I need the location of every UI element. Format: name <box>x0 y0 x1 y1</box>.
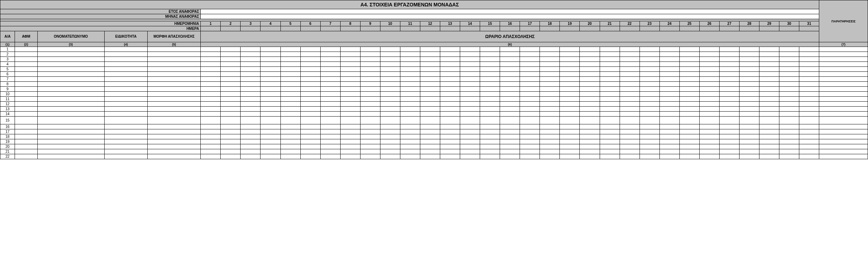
data-cell[interactable] <box>719 149 739 154</box>
data-cell[interactable] <box>540 92 560 97</box>
data-cell[interactable] <box>719 102 739 107</box>
data-cell[interactable] <box>480 139 500 144</box>
data-cell[interactable] <box>104 102 147 107</box>
data-cell[interactable] <box>300 57 320 62</box>
weekday-cell[interactable] <box>719 26 739 31</box>
data-cell[interactable] <box>759 47 779 52</box>
data-cell[interactable] <box>37 107 104 112</box>
data-cell[interactable] <box>580 52 600 57</box>
data-cell[interactable] <box>520 77 540 82</box>
data-cell[interactable] <box>520 107 540 112</box>
data-cell[interactable] <box>540 77 560 82</box>
data-cell[interactable] <box>580 47 600 52</box>
data-cell[interactable] <box>241 154 261 159</box>
data-cell[interactable] <box>147 144 200 149</box>
weekday-cell[interactable] <box>221 26 241 31</box>
data-cell[interactable] <box>104 144 147 149</box>
data-cell[interactable] <box>201 87 221 92</box>
data-cell[interactable] <box>400 62 420 67</box>
data-cell[interactable] <box>147 82 200 87</box>
data-cell[interactable] <box>560 144 580 149</box>
data-cell[interactable] <box>37 47 104 52</box>
data-cell[interactable] <box>659 129 679 134</box>
data-cell[interactable] <box>520 129 540 134</box>
data-cell[interactable] <box>440 47 460 52</box>
data-cell[interactable] <box>799 97 819 102</box>
data-cell[interactable] <box>679 134 699 139</box>
data-cell[interactable] <box>420 47 440 52</box>
data-cell[interactable] <box>500 129 520 134</box>
data-cell[interactable] <box>560 52 580 57</box>
data-cell[interactable] <box>37 144 104 149</box>
data-cell[interactable] <box>460 149 480 154</box>
data-cell[interactable] <box>679 154 699 159</box>
data-cell[interactable] <box>147 87 200 92</box>
data-cell[interactable] <box>679 92 699 97</box>
data-cell[interactable] <box>679 97 699 102</box>
weekday-cell[interactable] <box>440 26 460 31</box>
data-cell[interactable] <box>320 112 340 117</box>
data-cell[interactable] <box>620 82 640 87</box>
data-cell[interactable] <box>520 154 540 159</box>
data-cell[interactable] <box>719 139 739 144</box>
data-cell[interactable] <box>360 77 380 82</box>
data-cell[interactable] <box>340 144 360 149</box>
data-cell[interactable] <box>699 87 719 92</box>
data-cell[interactable] <box>340 107 360 112</box>
data-cell[interactable] <box>37 92 104 97</box>
data-cell[interactable] <box>340 52 360 57</box>
data-cell[interactable] <box>600 102 620 107</box>
data-cell[interactable] <box>500 117 520 124</box>
data-cell[interactable] <box>679 57 699 62</box>
data-cell[interactable] <box>480 47 500 52</box>
data-cell[interactable] <box>799 47 819 52</box>
data-cell[interactable] <box>300 129 320 134</box>
data-cell[interactable] <box>640 97 659 102</box>
data-cell[interactable] <box>440 52 460 57</box>
data-cell[interactable] <box>360 154 380 159</box>
data-cell[interactable] <box>241 82 261 87</box>
data-cell[interactable] <box>679 112 699 117</box>
data-cell[interactable] <box>460 92 480 97</box>
data-cell[interactable] <box>400 47 420 52</box>
data-cell[interactable] <box>679 52 699 57</box>
weekday-cell[interactable] <box>300 26 320 31</box>
weekday-cell[interactable] <box>460 26 480 31</box>
data-cell[interactable] <box>320 107 340 112</box>
data-cell[interactable] <box>659 67 679 72</box>
data-cell[interactable] <box>779 67 799 72</box>
data-cell[interactable] <box>201 129 221 134</box>
data-cell[interactable] <box>420 92 440 97</box>
data-cell[interactable] <box>799 57 819 62</box>
data-cell[interactable] <box>540 149 560 154</box>
data-cell[interactable] <box>261 87 280 92</box>
data-cell[interactable] <box>699 129 719 134</box>
data-cell[interactable] <box>799 144 819 149</box>
data-cell[interactable] <box>620 102 640 107</box>
data-cell[interactable] <box>699 67 719 72</box>
data-cell[interactable] <box>147 67 200 72</box>
data-cell[interactable] <box>104 77 147 82</box>
data-cell[interactable] <box>261 139 280 144</box>
data-cell[interactable] <box>520 52 540 57</box>
data-cell[interactable] <box>580 129 600 134</box>
data-cell[interactable] <box>620 57 640 62</box>
data-cell[interactable] <box>261 124 280 129</box>
data-cell[interactable] <box>620 107 640 112</box>
data-cell[interactable] <box>241 67 261 72</box>
data-cell[interactable] <box>15 67 38 72</box>
data-cell[interactable] <box>679 144 699 149</box>
data-cell[interactable] <box>15 129 38 134</box>
data-cell[interactable] <box>739 112 759 117</box>
data-cell[interactable] <box>440 149 460 154</box>
data-cell[interactable] <box>261 134 280 139</box>
data-cell[interactable] <box>480 149 500 154</box>
data-cell[interactable] <box>480 129 500 134</box>
data-cell[interactable] <box>819 112 868 117</box>
data-cell[interactable] <box>360 117 380 124</box>
data-cell[interactable] <box>104 149 147 154</box>
data-cell[interactable] <box>460 82 480 87</box>
data-cell[interactable] <box>620 112 640 117</box>
data-cell[interactable] <box>261 112 280 117</box>
data-cell[interactable] <box>679 107 699 112</box>
